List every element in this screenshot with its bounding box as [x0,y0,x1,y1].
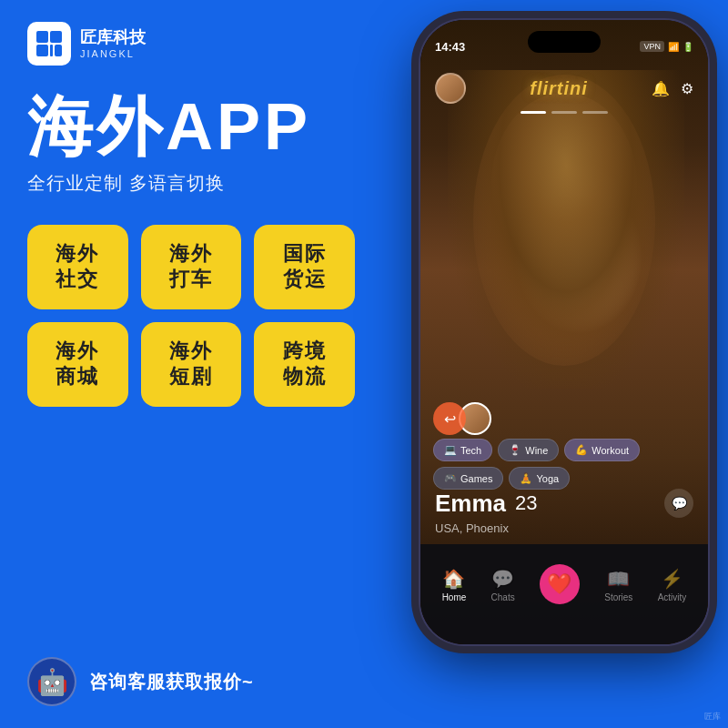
tag-yoga-icon: 🧘 [520,472,532,484]
hero-title: 海外APP [27,93,355,162]
reply-icon[interactable]: ↩ [433,402,466,435]
dynamic-island [528,31,601,53]
swipe-dot-2 [551,111,577,114]
svg-rect-1 [50,31,62,43]
signal-icon: 📶 [668,42,679,52]
nav-stories-label: Stories [604,592,632,602]
tag-tech-icon: 💻 [444,444,457,456]
tag-workout-label: Workout [592,445,629,456]
app-header: flirtini 🔔 ⚙ [420,66,708,111]
logo-area: 匠库科技 JIANGKL [27,22,355,66]
nav-activity-label: Activity [658,592,687,602]
feature-overseas-taxi[interactable]: 海外打车 [141,225,242,309]
svg-rect-0 [36,31,48,43]
tag-tech-label: Tech [460,445,481,456]
watermark: 匠库 [704,711,721,723]
nav-stories[interactable]: 📖 Stories [604,568,632,602]
logo-icon [27,22,71,66]
swipe-dot-3 [582,111,608,114]
feature-crossborder-logistics[interactable]: 跨境物流 [254,322,355,407]
phone-time: 14:43 [435,40,465,54]
user-age: 23 [515,491,537,515]
match-area: ↩ [433,402,491,435]
hair-top [448,70,684,389]
nav-home-label: Home [442,592,467,602]
tag-yoga-label: Yoga [536,473,559,484]
home-icon: 🏠 [442,568,465,590]
robot-icon: 🤖 [27,657,76,706]
user-avatar-small[interactable] [435,73,466,104]
tag-yoga[interactable]: 🧘 Yoga [509,467,570,490]
svg-rect-3 [55,45,62,56]
tag-wine-label: Wine [525,445,548,456]
nav-chats[interactable]: 💬 Chats [491,568,515,602]
left-panel: 匠库科技 JIANGKL 海外APP 全行业定制 多语言切换 海外社交 海外打车… [0,0,382,728]
feature-grid: 海外社交 海外打车 国际货运 海外商城 海外短剧 跨境物流 [27,225,355,407]
tag-wine[interactable]: 🍷 Wine [498,439,559,461]
tag-games-icon: 🎮 [444,472,457,484]
bottom-navigation: 🏠 Home 💬 Chats ❤️ 📖 Stories ⚡ Activity [420,544,708,644]
tag-games[interactable]: 🎮 Games [433,467,503,490]
interest-tags: 💻 Tech 🍷 Wine 💪 Workout 🎮 Games 🧘 [433,439,695,490]
tag-workout-icon: 💪 [575,444,588,456]
notification-icon[interactable]: 🔔 [652,80,670,97]
brand-name-cn: 匠库科技 [80,28,146,48]
chats-icon: 💬 [491,568,514,590]
nav-chats-label: Chats [491,592,515,602]
nav-like[interactable]: ❤️ [540,564,580,606]
brand-name-en: JIANGKL [80,48,146,59]
svg-rect-2 [36,45,48,56]
user-info: Emma 23 💬 USA, Phoenix [435,489,693,535]
feature-overseas-shop[interactable]: 海外商城 [27,322,128,407]
feature-overseas-drama[interactable]: 海外短剧 [141,322,242,407]
battery-icon: 🔋 [682,42,693,52]
cta-area: 🤖 咨询客服获取报价~ [27,657,355,706]
nav-activity[interactable]: ⚡ Activity [658,568,687,602]
vpn-badge: VPN [640,41,664,52]
logo-text: 匠库科技 JIANGKL [80,28,146,59]
feature-overseas-social[interactable]: 海外社交 [27,225,128,309]
message-button[interactable]: 💬 [664,489,693,518]
swipe-indicators [521,111,608,114]
settings-icon[interactable]: ⚙ [681,80,693,97]
user-name-row: Emma 23 💬 [435,489,693,518]
phone-mockup: 14:43 VPN 📶 🔋 flirtini 🔔 ⚙ [410,18,719,710]
svg-rect-4 [50,45,53,56]
cta-text: 咨询客服获取报价~ [89,670,254,694]
tag-workout[interactable]: 💪 Workout [564,439,640,461]
feature-intl-freight[interactable]: 国际货运 [254,225,355,309]
hero-subtitle: 全行业定制 多语言切换 [27,171,355,196]
heart-button[interactable]: ❤️ [540,564,580,604]
status-icons: VPN 📶 🔋 [640,41,693,52]
phone-outer-frame: 14:43 VPN 📶 🔋 flirtini 🔔 ⚙ [419,18,710,646]
nav-home[interactable]: 🏠 Home [442,568,467,602]
tag-wine-icon: 🍷 [509,444,521,456]
tag-tech[interactable]: 💻 Tech [433,439,492,461]
stories-icon: 📖 [607,568,630,590]
app-logo: flirtini [530,78,588,99]
user-location: USA, Phoenix [435,521,693,535]
app-header-actions: 🔔 ⚙ [652,80,693,97]
user-name: Emma [435,490,506,518]
phone-screen: 14:43 VPN 📶 🔋 flirtini 🔔 ⚙ [420,20,708,644]
activity-icon: ⚡ [661,568,683,590]
swipe-dot-1 [521,111,546,114]
tag-games-label: Games [460,473,492,484]
